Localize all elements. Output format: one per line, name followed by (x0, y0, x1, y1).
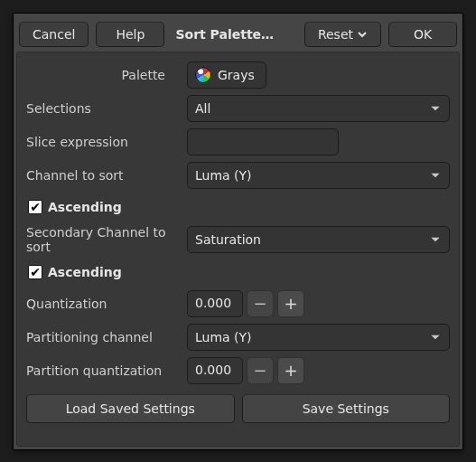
palette-picker[interactable]: Grays (187, 61, 266, 89)
partition-quantization-minus-button[interactable]: − (247, 357, 274, 384)
row-slice-expression: Slice expression (26, 128, 450, 156)
label-slice-expression: Slice expression (26, 135, 180, 149)
row-partitioning-channel: Partitioning channel Luma (Y) (26, 324, 450, 351)
chevron-down-icon (357, 29, 368, 40)
quantization-spinner: 0.000 − + (187, 290, 450, 317)
row-palette: Palette Grays (26, 61, 450, 89)
quantization-plus-button[interactable]: + (277, 290, 304, 317)
ok-button[interactable]: OK (388, 22, 457, 47)
channel-to-sort-dropdown[interactable]: Luma (Y) (187, 162, 450, 189)
chevron-down-icon (429, 169, 442, 182)
partitioning-channel-dropdown[interactable]: Luma (Y) (187, 324, 450, 351)
row-ascending-2: ✔ Ascending (26, 260, 450, 284)
footer-buttons: Load Saved Settings Save Settings (26, 394, 450, 423)
selections-dropdown[interactable]: All (187, 95, 450, 122)
reset-button[interactable]: Reset (304, 22, 381, 47)
chevron-down-icon (429, 331, 442, 344)
palette-icon (195, 67, 211, 83)
label-palette: Palette (26, 68, 180, 82)
load-settings-button[interactable]: Load Saved Settings (26, 394, 235, 423)
ascending-2-checkbox[interactable]: ✔ (28, 265, 42, 279)
cancel-button[interactable]: Cancel (19, 22, 89, 47)
save-settings-button[interactable]: Save Settings (242, 394, 451, 423)
title-bar: Cancel Help Sort Palette… Reset OK (16, 16, 460, 52)
label-selections: Selections (26, 101, 180, 116)
quantization-value[interactable]: 0.000 (187, 290, 243, 317)
partition-quantization-plus-button[interactable]: + (277, 357, 304, 384)
label-channel-to-sort: Channel to sort (26, 168, 180, 183)
row-channel-to-sort: Channel to sort Luma (Y) (26, 162, 450, 189)
row-selections: Selections All (26, 95, 450, 122)
ascending-1-label: Ascending (48, 200, 122, 214)
ascending-2-label: Ascending (48, 265, 122, 279)
quantization-minus-button[interactable]: − (247, 290, 274, 317)
label-partitioning-channel: Partitioning channel (26, 330, 180, 344)
secondary-channel-dropdown[interactable]: Saturation (187, 226, 450, 253)
row-quantization: Quantization 0.000 − + (26, 290, 450, 317)
label-quantization: Quantization (26, 297, 180, 311)
label-partition-quantization: Partition quantization (26, 363, 180, 378)
partition-quantization-value[interactable]: 0.000 (187, 357, 243, 384)
palette-name: Grays (218, 68, 255, 82)
content-panel: Palette Grays Selections All Slice e (16, 52, 460, 447)
chevron-down-icon (429, 233, 442, 246)
row-secondary-channel: Secondary Channel to sort Saturation (26, 225, 450, 254)
dialog: Cancel Help Sort Palette… Reset OK Palet… (13, 13, 463, 450)
row-partition-quantization: Partition quantization 0.000 − + (26, 357, 450, 384)
chevron-down-icon (429, 102, 442, 115)
label-secondary-channel: Secondary Channel to sort (26, 225, 180, 254)
ascending-1-checkbox[interactable]: ✔ (28, 200, 42, 214)
dialog-title: Sort Palette… (172, 27, 296, 42)
help-button[interactable]: Help (96, 22, 164, 47)
row-ascending-1: ✔ Ascending (26, 195, 450, 219)
partition-quantization-spinner: 0.000 − + (187, 357, 450, 384)
slice-expression-input[interactable] (187, 128, 339, 156)
